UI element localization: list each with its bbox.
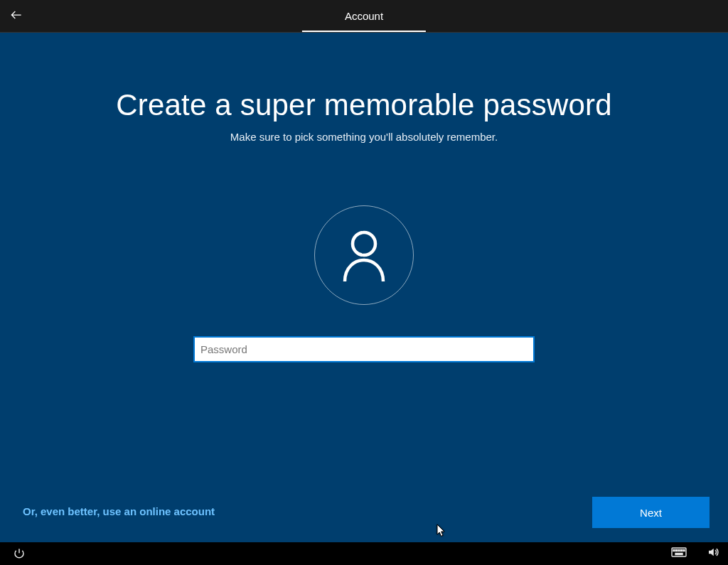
oobe-topbar: Account: [0, 0, 728, 33]
svg-rect-1: [672, 548, 686, 556]
back-arrow-icon: [9, 8, 23, 25]
on-screen-keyboard-icon[interactable]: [671, 547, 687, 560]
use-online-account-link[interactable]: Or, even better, use an online account: [23, 505, 215, 517]
oobe-bottom-bar: [0, 542, 728, 565]
svg-rect-3: [676, 550, 678, 551]
volume-icon[interactable]: [707, 546, 719, 561]
back-button[interactable]: [0, 0, 33, 33]
user-avatar-icon: [314, 205, 414, 305]
svg-rect-7: [675, 554, 682, 555]
power-icon[interactable]: [13, 547, 26, 560]
page-title: Create a super memorable password: [116, 88, 612, 122]
topbar-tab-account: Account: [302, 10, 426, 32]
page-subtitle: Make sure to pick something you'll absol…: [230, 131, 498, 143]
svg-rect-5: [681, 550, 682, 551]
svg-rect-6: [683, 550, 685, 551]
svg-point-0: [353, 232, 375, 255]
mouse-cursor-icon: [437, 524, 446, 541]
next-button[interactable]: Next: [592, 497, 710, 528]
password-input[interactable]: [193, 336, 535, 362]
svg-rect-4: [678, 550, 680, 551]
svg-rect-2: [673, 550, 675, 551]
oobe-page: Create a super memorable password Make s…: [0, 33, 728, 542]
